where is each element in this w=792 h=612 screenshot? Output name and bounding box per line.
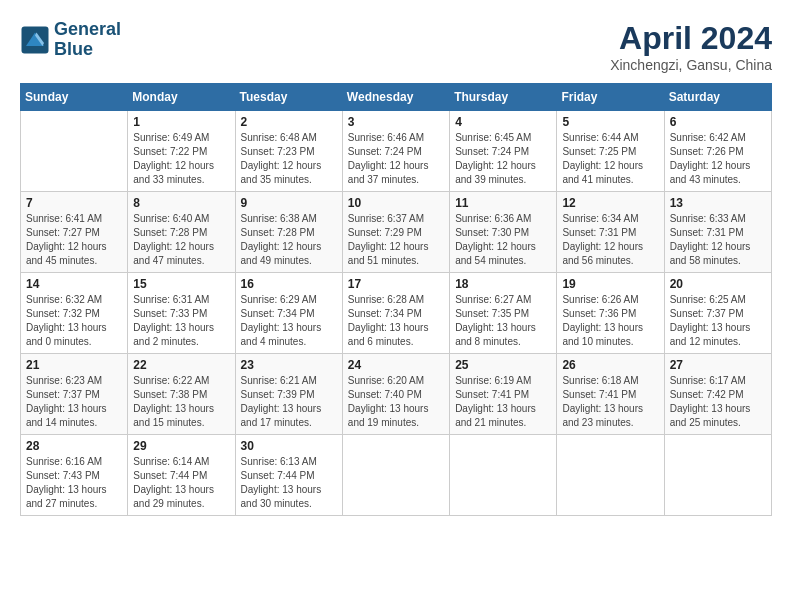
day-number: 27	[670, 358, 766, 372]
calendar-cell: 1Sunrise: 6:49 AM Sunset: 7:22 PM Daylig…	[128, 111, 235, 192]
calendar-week-row: 14Sunrise: 6:32 AM Sunset: 7:32 PM Dayli…	[21, 273, 772, 354]
day-number: 8	[133, 196, 229, 210]
calendar-cell: 15Sunrise: 6:31 AM Sunset: 7:33 PM Dayli…	[128, 273, 235, 354]
calendar-table: SundayMondayTuesdayWednesdayThursdayFrid…	[20, 83, 772, 516]
calendar-body: 1Sunrise: 6:49 AM Sunset: 7:22 PM Daylig…	[21, 111, 772, 516]
day-number: 17	[348, 277, 444, 291]
calendar-cell: 6Sunrise: 6:42 AM Sunset: 7:26 PM Daylig…	[664, 111, 771, 192]
day-info: Sunrise: 6:32 AM Sunset: 7:32 PM Dayligh…	[26, 293, 122, 349]
day-number: 12	[562, 196, 658, 210]
logo-text: General Blue	[54, 20, 121, 60]
calendar-cell: 30Sunrise: 6:13 AM Sunset: 7:44 PM Dayli…	[235, 435, 342, 516]
calendar-cell: 3Sunrise: 6:46 AM Sunset: 7:24 PM Daylig…	[342, 111, 449, 192]
calendar-cell: 29Sunrise: 6:14 AM Sunset: 7:44 PM Dayli…	[128, 435, 235, 516]
calendar-cell: 17Sunrise: 6:28 AM Sunset: 7:34 PM Dayli…	[342, 273, 449, 354]
calendar-cell: 12Sunrise: 6:34 AM Sunset: 7:31 PM Dayli…	[557, 192, 664, 273]
day-info: Sunrise: 6:34 AM Sunset: 7:31 PM Dayligh…	[562, 212, 658, 268]
calendar-cell: 23Sunrise: 6:21 AM Sunset: 7:39 PM Dayli…	[235, 354, 342, 435]
day-of-week-header: Thursday	[450, 84, 557, 111]
calendar-cell: 25Sunrise: 6:19 AM Sunset: 7:41 PM Dayli…	[450, 354, 557, 435]
calendar-cell	[450, 435, 557, 516]
day-number: 3	[348, 115, 444, 129]
calendar-cell: 22Sunrise: 6:22 AM Sunset: 7:38 PM Dayli…	[128, 354, 235, 435]
day-info: Sunrise: 6:48 AM Sunset: 7:23 PM Dayligh…	[241, 131, 337, 187]
day-of-week-header: Wednesday	[342, 84, 449, 111]
day-info: Sunrise: 6:44 AM Sunset: 7:25 PM Dayligh…	[562, 131, 658, 187]
day-number: 6	[670, 115, 766, 129]
day-info: Sunrise: 6:14 AM Sunset: 7:44 PM Dayligh…	[133, 455, 229, 511]
calendar-cell	[342, 435, 449, 516]
logo-icon	[20, 25, 50, 55]
day-number: 20	[670, 277, 766, 291]
calendar-cell: 19Sunrise: 6:26 AM Sunset: 7:36 PM Dayli…	[557, 273, 664, 354]
calendar-cell	[664, 435, 771, 516]
day-info: Sunrise: 6:27 AM Sunset: 7:35 PM Dayligh…	[455, 293, 551, 349]
day-info: Sunrise: 6:20 AM Sunset: 7:40 PM Dayligh…	[348, 374, 444, 430]
day-number: 15	[133, 277, 229, 291]
day-number: 21	[26, 358, 122, 372]
calendar-cell: 7Sunrise: 6:41 AM Sunset: 7:27 PM Daylig…	[21, 192, 128, 273]
logo-line1: General	[54, 19, 121, 39]
calendar-cell: 20Sunrise: 6:25 AM Sunset: 7:37 PM Dayli…	[664, 273, 771, 354]
day-number: 19	[562, 277, 658, 291]
day-info: Sunrise: 6:17 AM Sunset: 7:42 PM Dayligh…	[670, 374, 766, 430]
calendar-cell: 21Sunrise: 6:23 AM Sunset: 7:37 PM Dayli…	[21, 354, 128, 435]
day-number: 10	[348, 196, 444, 210]
day-info: Sunrise: 6:16 AM Sunset: 7:43 PM Dayligh…	[26, 455, 122, 511]
day-info: Sunrise: 6:31 AM Sunset: 7:33 PM Dayligh…	[133, 293, 229, 349]
day-number: 4	[455, 115, 551, 129]
calendar-cell: 18Sunrise: 6:27 AM Sunset: 7:35 PM Dayli…	[450, 273, 557, 354]
day-info: Sunrise: 6:22 AM Sunset: 7:38 PM Dayligh…	[133, 374, 229, 430]
day-number: 25	[455, 358, 551, 372]
calendar-cell: 11Sunrise: 6:36 AM Sunset: 7:30 PM Dayli…	[450, 192, 557, 273]
calendar-cell: 8Sunrise: 6:40 AM Sunset: 7:28 PM Daylig…	[128, 192, 235, 273]
calendar-week-row: 28Sunrise: 6:16 AM Sunset: 7:43 PM Dayli…	[21, 435, 772, 516]
calendar-cell: 27Sunrise: 6:17 AM Sunset: 7:42 PM Dayli…	[664, 354, 771, 435]
day-number: 29	[133, 439, 229, 453]
calendar-week-row: 7Sunrise: 6:41 AM Sunset: 7:27 PM Daylig…	[21, 192, 772, 273]
day-number: 11	[455, 196, 551, 210]
calendar-cell	[557, 435, 664, 516]
day-info: Sunrise: 6:36 AM Sunset: 7:30 PM Dayligh…	[455, 212, 551, 268]
day-info: Sunrise: 6:38 AM Sunset: 7:28 PM Dayligh…	[241, 212, 337, 268]
calendar-week-row: 21Sunrise: 6:23 AM Sunset: 7:37 PM Dayli…	[21, 354, 772, 435]
main-title: April 2024	[610, 20, 772, 57]
day-info: Sunrise: 6:33 AM Sunset: 7:31 PM Dayligh…	[670, 212, 766, 268]
day-number: 7	[26, 196, 122, 210]
day-number: 28	[26, 439, 122, 453]
day-of-week-header: Monday	[128, 84, 235, 111]
day-info: Sunrise: 6:23 AM Sunset: 7:37 PM Dayligh…	[26, 374, 122, 430]
calendar-cell: 14Sunrise: 6:32 AM Sunset: 7:32 PM Dayli…	[21, 273, 128, 354]
day-info: Sunrise: 6:45 AM Sunset: 7:24 PM Dayligh…	[455, 131, 551, 187]
calendar-cell	[21, 111, 128, 192]
page-header: General Blue April 2024 Xinchengzi, Gans…	[20, 20, 772, 73]
day-info: Sunrise: 6:28 AM Sunset: 7:34 PM Dayligh…	[348, 293, 444, 349]
calendar-cell: 10Sunrise: 6:37 AM Sunset: 7:29 PM Dayli…	[342, 192, 449, 273]
day-info: Sunrise: 6:25 AM Sunset: 7:37 PM Dayligh…	[670, 293, 766, 349]
day-number: 1	[133, 115, 229, 129]
day-number: 14	[26, 277, 122, 291]
day-number: 23	[241, 358, 337, 372]
day-number: 22	[133, 358, 229, 372]
logo-line2: Blue	[54, 39, 93, 59]
day-info: Sunrise: 6:41 AM Sunset: 7:27 PM Dayligh…	[26, 212, 122, 268]
calendar-cell: 26Sunrise: 6:18 AM Sunset: 7:41 PM Dayli…	[557, 354, 664, 435]
calendar-cell: 24Sunrise: 6:20 AM Sunset: 7:40 PM Dayli…	[342, 354, 449, 435]
day-info: Sunrise: 6:13 AM Sunset: 7:44 PM Dayligh…	[241, 455, 337, 511]
day-info: Sunrise: 6:21 AM Sunset: 7:39 PM Dayligh…	[241, 374, 337, 430]
day-info: Sunrise: 6:37 AM Sunset: 7:29 PM Dayligh…	[348, 212, 444, 268]
day-of-week-header: Friday	[557, 84, 664, 111]
day-number: 9	[241, 196, 337, 210]
day-info: Sunrise: 6:19 AM Sunset: 7:41 PM Dayligh…	[455, 374, 551, 430]
calendar-cell: 13Sunrise: 6:33 AM Sunset: 7:31 PM Dayli…	[664, 192, 771, 273]
day-number: 13	[670, 196, 766, 210]
day-number: 5	[562, 115, 658, 129]
day-of-week-header: Saturday	[664, 84, 771, 111]
day-number: 24	[348, 358, 444, 372]
day-info: Sunrise: 6:26 AM Sunset: 7:36 PM Dayligh…	[562, 293, 658, 349]
day-number: 26	[562, 358, 658, 372]
calendar-cell: 5Sunrise: 6:44 AM Sunset: 7:25 PM Daylig…	[557, 111, 664, 192]
day-number: 18	[455, 277, 551, 291]
day-info: Sunrise: 6:49 AM Sunset: 7:22 PM Dayligh…	[133, 131, 229, 187]
calendar-cell: 9Sunrise: 6:38 AM Sunset: 7:28 PM Daylig…	[235, 192, 342, 273]
